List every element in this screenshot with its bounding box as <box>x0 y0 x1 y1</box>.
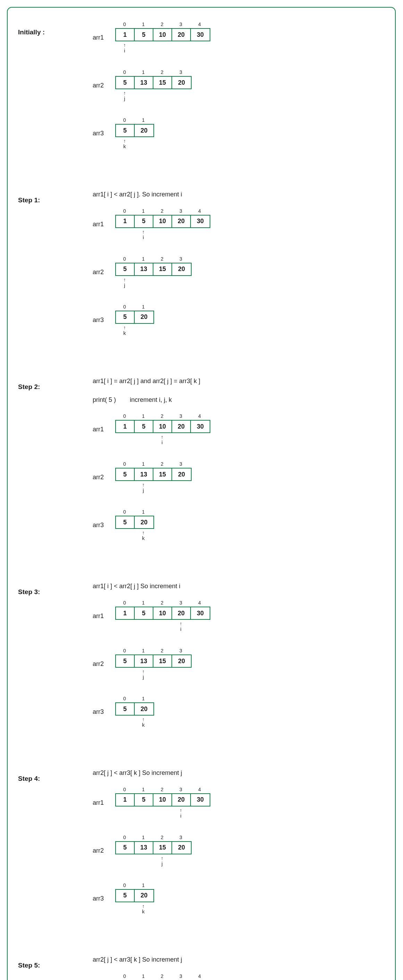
index-row: 0123 <box>115 648 192 654</box>
pointer-label: i <box>143 234 144 240</box>
index-label: 1 <box>134 256 153 262</box>
index-label: 4 <box>190 22 209 27</box>
cell: 5 <box>116 77 135 89</box>
array-name: arr3 <box>93 895 112 902</box>
index-label: 1 <box>134 208 153 214</box>
cell: 5 <box>135 794 153 806</box>
up-arrow-icon: ↑ <box>142 717 145 722</box>
up-arrow-icon: ↑ <box>180 621 182 626</box>
cell: 10 <box>153 215 172 227</box>
index-label: 2 <box>153 22 172 27</box>
cell: 10 <box>153 607 172 619</box>
pointer-label: k <box>142 535 145 541</box>
array-cells: 15102030 <box>115 28 210 41</box>
array-name: arr1 <box>93 426 112 433</box>
diagram-frame: Initially :arr10123415102030↑iarr2012351… <box>7 7 396 980</box>
cell: 5 <box>116 703 135 715</box>
cell: 5 <box>135 215 153 227</box>
cell: 30 <box>191 29 210 41</box>
array-name: arr1 <box>93 221 112 228</box>
step-label: Initially : <box>18 22 93 165</box>
index-label: 3 <box>172 787 190 792</box>
array-name: arr1 <box>93 34 112 41</box>
array-name: arr3 <box>93 708 112 716</box>
index-label: 3 <box>172 256 190 262</box>
cell: 1 <box>116 29 135 41</box>
index-label: 0 <box>115 256 134 262</box>
up-arrow-icon: ↑ <box>142 530 145 535</box>
array-name: arr2 <box>93 847 112 854</box>
array-name: arr3 <box>93 522 112 529</box>
index-label: 1 <box>134 461 153 467</box>
index-label: 2 <box>153 413 172 419</box>
index-label: 1 <box>134 835 153 840</box>
pointer-label: i <box>180 813 181 819</box>
step-block: Step 5:arr2[ j ] < arr3[ k ] So incremen… <box>18 955 385 980</box>
pointer-label: j <box>143 674 144 680</box>
index-label: 2 <box>153 835 172 840</box>
array-group: arr301520↑k <box>93 696 385 728</box>
pointer-label: k <box>123 330 126 336</box>
index-label: 0 <box>115 22 134 27</box>
array-name: arr3 <box>93 130 112 137</box>
cell: 5 <box>135 29 153 41</box>
array-group: arr201235131520↑j <box>93 835 385 867</box>
cell: 10 <box>153 421 172 433</box>
index-row: 01 <box>115 509 154 515</box>
array-group: arr201235131520↑j <box>93 256 385 288</box>
array-cells: 5131520 <box>115 841 192 854</box>
cell: 13 <box>135 655 153 667</box>
cell: 15 <box>153 263 172 275</box>
index-label: 0 <box>115 974 134 979</box>
cell: 5 <box>135 607 153 619</box>
cell: 15 <box>153 77 172 89</box>
cell: 20 <box>172 215 191 227</box>
index-row: 0123 <box>115 256 192 262</box>
pointer-label: k <box>142 908 145 915</box>
cell: 30 <box>191 794 210 806</box>
index-label: 0 <box>115 304 134 310</box>
index-label: 0 <box>115 600 134 606</box>
step-description: arr1[ i ] = arr2[ j ] and arr2[ j ] = ar… <box>93 376 385 386</box>
cell: 5 <box>116 124 135 136</box>
cell: 20 <box>172 421 191 433</box>
cell: 5 <box>116 468 135 480</box>
index-label: 4 <box>190 413 209 419</box>
index-label: 3 <box>172 208 190 214</box>
index-label: 1 <box>134 787 153 792</box>
cell: 20 <box>172 842 191 854</box>
pointer-row: ↑i <box>115 434 210 445</box>
array-cells: 520 <box>115 702 154 716</box>
pointer-label: j <box>143 487 144 493</box>
pointer-row: ↑i <box>115 43 210 54</box>
array-group: arr301520↑k <box>93 117 385 150</box>
index-label: 2 <box>153 648 172 654</box>
step-body: arr2[ j ] < arr3[ k ] So increment jarr1… <box>93 768 385 931</box>
cell: 5 <box>116 263 135 275</box>
index-row: 01 <box>115 696 154 702</box>
array-group: arr10123415102030↑i <box>93 413 385 445</box>
cell: 15 <box>153 468 172 480</box>
index-label: 0 <box>115 696 134 702</box>
cell: 30 <box>191 215 210 227</box>
index-label: 2 <box>153 69 172 75</box>
pointer-row: ↑j <box>115 91 192 102</box>
cell: 5 <box>116 842 135 854</box>
array-name: arr2 <box>93 474 112 481</box>
cell: 20 <box>172 468 191 480</box>
step-block: Step 3:arr1[ i ] < arr2[ j ] So incremen… <box>18 581 385 744</box>
up-arrow-icon: ↑ <box>124 277 126 282</box>
up-arrow-icon: ↑ <box>124 138 126 143</box>
cell: 10 <box>153 29 172 41</box>
pointer-label: k <box>142 722 145 728</box>
pointer-label: i <box>180 626 181 632</box>
step-block: Step 4:arr2[ j ] < arr3[ k ] So incremen… <box>18 768 385 931</box>
index-label: 3 <box>172 461 190 467</box>
index-label: 0 <box>115 509 134 515</box>
up-arrow-icon: ↑ <box>180 808 182 813</box>
step-body: arr1[ i ] = arr2[ j ] and arr2[ j ] = ar… <box>93 376 385 557</box>
array-cells: 15102030 <box>115 420 210 433</box>
array-group: arr301520↑k <box>93 509 385 541</box>
pointer-label: j <box>124 282 125 288</box>
pointer-row: ↑j <box>115 482 192 493</box>
